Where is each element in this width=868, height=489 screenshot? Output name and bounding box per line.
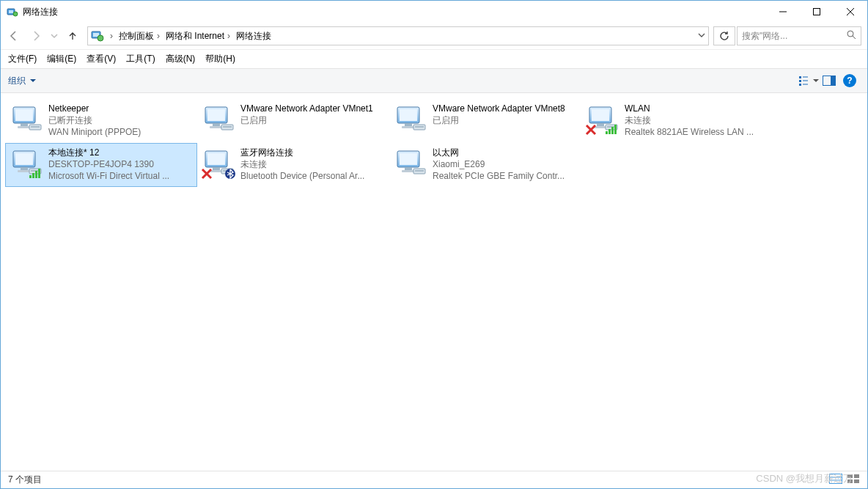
arrow-right-icon [30,30,42,42]
large-icons-view-button[interactable] [847,474,860,486]
item-device: WAN Miniport (PPPOE) [48,126,194,138]
svg-rect-61 [207,153,225,165]
item-text: 蓝牙网络连接 未连接 Bluetooth Device (Personal Ar… [240,147,386,182]
signal-bars-icon [29,168,43,180]
nav-bar: › 控制面板› 网络和 Internet› 网络连接 搜索"网络... [1,23,867,49]
network-connection-item[interactable]: WLAN 未连接 Realtek 8821AE Wireless LAN ... [581,99,773,143]
menu-view[interactable]: 查看(V) [87,53,116,65]
svg-rect-71 [405,167,412,170]
item-device: Microsoft Wi-Fi Direct Virtual ... [48,170,194,182]
svg-rect-22 [21,123,28,126]
search-box[interactable]: 搜索"网络... [737,26,861,45]
network-connection-item[interactable]: 本地连接* 12 DESKTOP-PE4JOP4 1390 Microsoft … [5,143,197,187]
item-status: Xiaomi_E269 [433,158,578,170]
close-button[interactable] [834,1,867,23]
svg-rect-28 [213,123,220,126]
address-bar[interactable]: › 控制面板› 网络和 Internet› 网络连接 [87,26,709,45]
forward-button[interactable] [26,26,46,46]
chevron-down-icon [813,78,819,84]
help-button[interactable]: ? [839,72,860,89]
refresh-button[interactable] [713,26,735,45]
network-adapter-icon [201,147,236,182]
item-status: 未连接 [625,114,770,126]
item-status: 未连接 [240,158,386,170]
breadcrumb-item[interactable]: 控制面板› [116,30,163,43]
menu-help[interactable]: 帮助(H) [205,53,235,65]
network-connection-item[interactable]: Netkeeper 已断开连接 WAN Miniport (PPPOE) [5,99,197,143]
item-name: 本地连接* 12 [48,147,194,158]
item-text: 以太网 Xiaomi_E269 Realtek PCIe GBE Family … [433,147,578,182]
svg-rect-56 [29,175,32,178]
chevron-down-icon [30,78,36,84]
network-adapter-icon [393,103,428,138]
breadcrumb-item[interactable]: 网络连接 [233,30,274,43]
menu-tools[interactable]: 工具(T) [126,53,155,65]
toolbar: 组织 ? [1,68,867,93]
back-button[interactable] [4,26,24,46]
svg-rect-70 [400,153,417,165]
menu-advanced[interactable]: 高级(N) [166,53,196,65]
item-name: VMware Network Adapter VMnet8 [433,103,578,114]
arrow-left-icon [8,30,20,42]
item-name: 以太网 [433,147,578,158]
network-connection-item[interactable]: 蓝牙网络连接 未连接 Bluetooth Device (Personal Ar… [197,143,389,187]
svg-rect-12 [799,76,801,78]
explorer-window: 网络连接 [0,0,868,489]
status-text: 7 个项目 [8,474,42,486]
refresh-icon [719,31,729,41]
network-connection-item[interactable]: VMware Network Adapter VMnet1 已启用 [197,99,389,143]
svg-line-11 [853,36,856,39]
svg-rect-35 [402,126,415,128]
window-title: 网络连接 [23,6,766,18]
svg-rect-72 [402,170,415,172]
disconnected-x-icon [201,168,213,182]
svg-rect-62 [213,167,220,170]
signal-bars-icon [606,124,619,136]
disconnected-x-icon [585,124,597,138]
item-name: Netkeeper [48,103,194,114]
svg-rect-21 [15,109,33,121]
svg-rect-29 [210,126,223,128]
svg-rect-34 [405,123,412,126]
item-text: VMware Network Adapter VMnet8 已启用 [433,103,578,126]
preview-pane-button[interactable] [819,72,839,89]
breadcrumb-item[interactable]: 网络和 Internet› [163,30,233,43]
network-connection-item[interactable]: VMware Network Adapter VMnet8 已启用 [389,99,581,143]
item-text: Netkeeper 已断开连接 WAN Miniport (PPPOE) [48,103,194,138]
svg-point-10 [847,31,853,37]
svg-rect-52 [21,167,28,170]
item-device: Bluetooth Device (Personal Ar... [240,170,386,182]
details-view-button[interactable] [829,474,842,486]
minimize-button[interactable] [766,1,800,23]
svg-rect-51 [15,153,33,165]
up-button[interactable] [62,26,83,46]
svg-rect-27 [207,109,225,121]
title-bar: 网络连接 [1,1,867,23]
item-device: Realtek 8821AE Wireless LAN ... [625,126,770,138]
window-controls [766,1,867,23]
address-dropdown-icon[interactable] [698,31,705,41]
svg-rect-40 [597,123,604,126]
menu-file[interactable]: 文件(F) [8,53,37,65]
control-panel-icon [91,29,104,43]
help-icon: ? [843,74,856,87]
svg-rect-46 [611,127,614,134]
organize-button[interactable]: 组织 [8,75,36,87]
menu-edit[interactable]: 编辑(E) [47,53,76,65]
network-adapter-icon [9,147,44,182]
network-adapter-icon [9,103,44,138]
svg-rect-58 [35,171,37,178]
view-options-button[interactable] [798,72,819,89]
recent-locations-button[interactable] [48,26,61,46]
content-area[interactable]: Netkeeper 已断开连接 WAN Miniport (PPPOE) VMw… [1,93,867,471]
svg-rect-14 [799,84,801,86]
svg-rect-19 [831,76,835,85]
chevron-down-icon [51,32,58,40]
network-connection-item[interactable]: 以太网 Xiaomi_E269 Realtek PCIe GBE Family … [389,143,581,187]
svg-rect-75 [830,474,842,484]
svg-rect-39 [592,109,609,121]
item-name: VMware Network Adapter VMnet1 [240,103,386,114]
breadcrumb-sep[interactable]: › [107,31,116,41]
maximize-button[interactable] [800,1,834,23]
network-adapter-icon [393,147,428,182]
